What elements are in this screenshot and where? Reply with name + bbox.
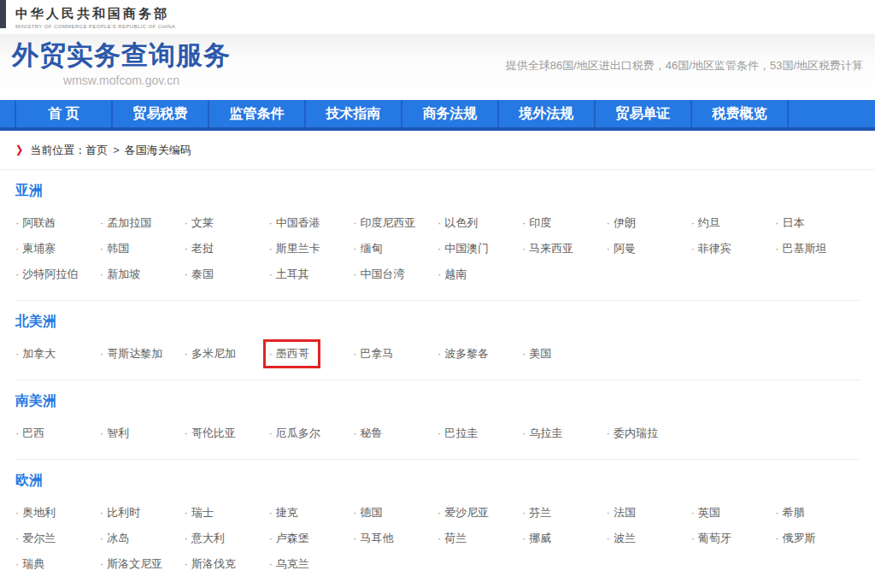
country-link[interactable]: ·墨西哥 [268, 345, 308, 362]
country-link[interactable]: ·乌拉圭 [522, 425, 562, 442]
country-link[interactable]: ·马耳他 [353, 530, 393, 547]
country-link[interactable]: ·捷克 [268, 504, 297, 521]
country-link[interactable]: ·巴基斯坦 [775, 240, 826, 257]
country-link[interactable]: ·爱尔兰 [15, 530, 56, 547]
country-link[interactable]: ·巴西 [15, 425, 44, 442]
country-link[interactable]: ·中国台湾 [353, 266, 404, 283]
country-link[interactable]: ·巴拉圭 [438, 425, 478, 442]
country-link[interactable]: ·印度尼西亚 [353, 215, 415, 232]
country-cell: ·委内瑞拉 [607, 425, 691, 442]
country-link[interactable]: ·英国 [690, 504, 719, 521]
country-link[interactable]: ·秘鲁 [353, 425, 382, 442]
country-link[interactable]: ·法国 [607, 504, 636, 521]
country-link[interactable]: ·斯洛伐克 [185, 556, 236, 573]
country-link[interactable]: ·德国 [353, 504, 382, 521]
bullet-dot: · [185, 268, 188, 280]
country-link[interactable]: ·以色列 [438, 215, 478, 232]
country-link[interactable]: ·芬兰 [522, 504, 551, 521]
country-cell: ·法国 [607, 504, 691, 521]
country-name: 泰国 [191, 268, 214, 280]
bullet-dot: · [185, 506, 188, 519]
country-link[interactable]: ·新加坡 [100, 266, 140, 283]
country-name: 爱尔兰 [22, 532, 56, 544]
country-cell: ·卢森堡 [268, 530, 353, 547]
country-cell: ·加拿大 [15, 345, 100, 362]
country-link[interactable]: ·荷兰 [438, 530, 467, 547]
breadcrumb-home-link[interactable]: 首页 [85, 143, 108, 158]
country-name: 马来西亚 [529, 242, 573, 255]
country-link[interactable]: ·伊朗 [607, 215, 636, 232]
country-link[interactable]: ·多米尼加 [185, 345, 236, 362]
country-link[interactable]: ·约旦 [690, 215, 719, 232]
country-name: 比利时 [107, 506, 140, 519]
country-link[interactable]: ·韩国 [100, 240, 129, 257]
country-name: 约旦 [698, 216, 720, 229]
country-link[interactable]: ·瑞典 [15, 556, 44, 573]
country-name: 巴基斯坦 [783, 242, 827, 255]
nav-item-2[interactable]: 监管条件 [208, 100, 304, 127]
country-link[interactable]: ·哥斯达黎加 [100, 345, 162, 362]
country-link[interactable]: ·印度 [522, 215, 551, 232]
country-link[interactable]: ·乌克兰 [268, 556, 308, 573]
country-link[interactable]: ·冰岛 [100, 530, 129, 547]
country-name: 中国香港 [276, 216, 320, 229]
country-link[interactable]: ·卢森堡 [268, 530, 308, 547]
country-link[interactable]: ·瑞士 [185, 504, 214, 521]
country-link[interactable]: ·俄罗斯 [775, 530, 815, 547]
country-link[interactable]: ·委内瑞拉 [607, 425, 658, 442]
country-link[interactable]: ·美国 [522, 345, 551, 362]
country-link[interactable]: ·阿联酋 [15, 215, 56, 232]
country-link[interactable]: ·奥地利 [15, 504, 56, 521]
country-link[interactable]: ·文莱 [185, 215, 214, 232]
nav-item-6[interactable]: 贸易单证 [594, 100, 690, 127]
country-link[interactable]: ·中国香港 [268, 215, 320, 232]
nav-item-7[interactable]: 税费概览 [690, 100, 787, 127]
country-name: 捷克 [276, 506, 298, 519]
continent-section-0: 亚洲·阿联酋·孟加拉国·文莱·中国香港·印度尼西亚·以色列·印度·伊朗·约旦·日… [15, 170, 860, 300]
country-name: 印度 [529, 216, 551, 229]
nav-item-0[interactable]: 首 页 [15, 100, 111, 127]
country-link[interactable]: ·哥伦比亚 [185, 425, 236, 442]
bullet-dot: · [438, 532, 441, 544]
country-link[interactable]: ·柬埔寨 [15, 240, 56, 257]
bullet-dot: · [353, 426, 356, 439]
country-link[interactable]: ·斯里兰卡 [268, 240, 320, 257]
country-link[interactable]: ·爱沙尼亚 [438, 504, 489, 521]
country-link[interactable]: ·沙特阿拉伯 [15, 266, 78, 283]
country-name: 荷兰 [444, 532, 467, 544]
country-link[interactable]: ·挪威 [522, 530, 551, 547]
country-link[interactable]: ·中国澳门 [438, 240, 489, 257]
country-link[interactable]: ·老挝 [185, 240, 214, 257]
country-link[interactable]: ·厄瓜多尔 [268, 425, 320, 442]
country-link[interactable]: ·智利 [100, 425, 129, 442]
nav-item-3[interactable]: 技术指南 [304, 100, 401, 127]
country-link[interactable]: ·日本 [775, 215, 804, 232]
country-link[interactable]: ·葡萄牙 [690, 530, 731, 547]
country-link[interactable]: ·马来西亚 [522, 240, 573, 257]
country-name: 土耳其 [276, 268, 309, 280]
country-link[interactable]: ·斯洛文尼亚 [100, 556, 162, 573]
country-cell: ·希腊 [775, 504, 860, 521]
nav-item-4[interactable]: 商务法规 [401, 100, 497, 127]
bullet-dot: · [438, 268, 441, 280]
country-link[interactable]: ·泰国 [185, 266, 214, 283]
nav-item-5[interactable]: 境外法规 [497, 100, 594, 127]
country-link[interactable]: ·孟加拉国 [100, 215, 151, 232]
country-link[interactable]: ·缅甸 [353, 240, 382, 257]
country-cell: ·斯洛伐克 [185, 556, 269, 573]
country-link[interactable]: ·波多黎各 [438, 345, 489, 362]
country-link[interactable]: ·波兰 [607, 530, 636, 547]
country-link[interactable]: ·阿曼 [607, 240, 636, 257]
country-link[interactable]: ·希腊 [775, 504, 804, 521]
country-link[interactable]: ·土耳其 [268, 266, 308, 283]
country-grid: ·奥地利·比利时·瑞士·捷克·德国·爱沙尼亚·芬兰·法国·英国·希腊·爱尔兰·冰… [15, 504, 860, 573]
country-link[interactable]: ·加拿大 [15, 345, 56, 362]
country-cell: ·瑞士 [185, 504, 269, 521]
country-link[interactable]: ·巴拿马 [353, 345, 393, 362]
country-link[interactable]: ·意大利 [185, 530, 225, 547]
nav-item-1[interactable]: 贸易税费 [111, 100, 208, 127]
country-link[interactable]: ·比利时 [100, 504, 140, 521]
country-link[interactable]: ·越南 [438, 266, 467, 283]
country-link[interactable]: ·菲律宾 [690, 240, 731, 257]
main-nav: 首 页贸易税费监管条件技术指南商务法规境外法规贸易单证税费概览 [0, 100, 875, 131]
